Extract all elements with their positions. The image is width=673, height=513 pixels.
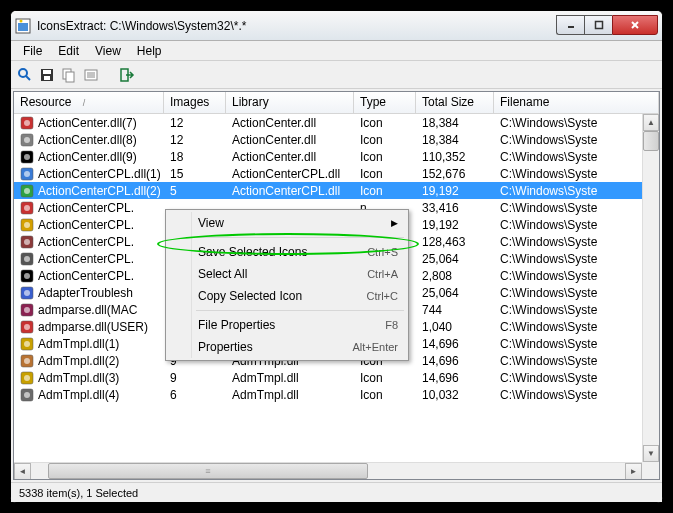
cell-library: ActionCenter.dll — [226, 133, 354, 147]
table-row[interactable]: ActionCenter.dll(7) 12 ActionCenter.dll … — [14, 114, 659, 131]
column-type[interactable]: Type — [354, 92, 416, 113]
resource-name: ActionCenterCPL.dll(2) — [38, 184, 161, 198]
resource-icon — [20, 303, 34, 317]
table-row[interactable]: ActionCenter.dll(9) 18 ActionCenter.dll … — [14, 148, 659, 165]
cell-size: 25,064 — [416, 286, 494, 300]
scroll-left-button[interactable]: ◄ — [14, 463, 31, 480]
scroll-down-button[interactable]: ▼ — [643, 445, 659, 462]
cell-size: 14,696 — [416, 337, 494, 351]
context-select-all[interactable]: Select AllCtrl+A — [168, 263, 406, 285]
table-row[interactable]: AdmTmpl.dll(4) 6 AdmTmpl.dll Icon 10,032… — [14, 386, 659, 403]
scroll-thumb-v[interactable] — [643, 131, 659, 151]
svg-point-24 — [24, 154, 30, 160]
resource-icon — [20, 269, 34, 283]
resource-icon — [20, 133, 34, 147]
column-library[interactable]: Library — [226, 92, 354, 113]
maximize-button[interactable] — [584, 15, 612, 35]
resource-icon — [20, 286, 34, 300]
menu-help[interactable]: Help — [129, 42, 170, 60]
properties-icon[interactable] — [83, 67, 99, 83]
cell-library: ActionCenter.dll — [226, 116, 354, 130]
cell-library: AdmTmpl.dll — [226, 371, 354, 385]
cell-type: Icon — [354, 371, 416, 385]
cell-filename: C:\Windows\Syste — [494, 320, 659, 334]
cell-images: 12 — [164, 133, 226, 147]
cell-type: Icon — [354, 167, 416, 181]
cell-size: 18,384 — [416, 133, 494, 147]
search-icon[interactable] — [17, 67, 33, 83]
column-filename[interactable]: Filename — [494, 92, 659, 113]
resource-name: AdmTmpl.dll(4) — [38, 388, 119, 402]
context-menu: View▶ Save Selected IconsCtrl+S Select A… — [165, 209, 409, 361]
cell-size: 14,696 — [416, 354, 494, 368]
svg-point-36 — [24, 256, 30, 262]
resource-name: ActionCenter.dll(9) — [38, 150, 137, 164]
column-resource[interactable]: Resource / — [14, 92, 164, 113]
cell-library: ActionCenterCPL.dll — [226, 184, 354, 198]
svg-point-2 — [20, 19, 23, 22]
menu-file[interactable]: File — [15, 42, 50, 60]
resource-icon — [20, 354, 34, 368]
scroll-thumb-h[interactable]: ≡ — [48, 463, 368, 479]
resource-name: admparse.dll(MAC — [38, 303, 137, 317]
scroll-right-button[interactable]: ► — [625, 463, 642, 480]
cell-size: 2,808 — [416, 269, 494, 283]
context-file-properties[interactable]: File PropertiesF8 — [168, 314, 406, 336]
resource-name: AdapterTroublesh — [38, 286, 133, 300]
menubar: File Edit View Help — [11, 41, 662, 61]
svg-point-7 — [19, 69, 27, 77]
horizontal-scrollbar[interactable]: ◄ ≡ ► — [14, 462, 642, 479]
cell-library: ActionCenter.dll — [226, 150, 354, 164]
resource-icon — [20, 167, 34, 181]
resource-name: admparse.dll(USER) — [38, 320, 148, 334]
resource-icon — [20, 337, 34, 351]
cell-size: 19,192 — [416, 218, 494, 232]
cell-filename: C:\Windows\Syste — [494, 303, 659, 317]
table-row[interactable]: ActionCenterCPL.dll(2) 5 ActionCenterCPL… — [14, 182, 659, 199]
save-icon[interactable] — [39, 67, 55, 83]
svg-rect-13 — [66, 72, 74, 82]
context-properties[interactable]: PropertiesAlt+Enter — [168, 336, 406, 358]
resource-name: ActionCenterCPL. — [38, 235, 134, 249]
svg-point-26 — [24, 171, 30, 177]
cell-filename: C:\Windows\Syste — [494, 286, 659, 300]
context-save-selected[interactable]: Save Selected IconsCtrl+S — [168, 241, 406, 263]
svg-rect-1 — [18, 23, 28, 31]
resource-icon — [20, 201, 34, 215]
svg-point-52 — [24, 392, 30, 398]
cell-library: AdmTmpl.dll — [226, 388, 354, 402]
table-row[interactable]: ActionCenterCPL.dll(1) 15 ActionCenterCP… — [14, 165, 659, 182]
svg-point-44 — [24, 324, 30, 330]
resource-name: ActionCenterCPL. — [38, 269, 134, 283]
column-size[interactable]: Total Size — [416, 92, 494, 113]
resource-name: AdmTmpl.dll(2) — [38, 354, 119, 368]
svg-point-34 — [24, 239, 30, 245]
menu-view[interactable]: View — [87, 42, 129, 60]
window-title: IconsExtract: C:\Windows\System32\*.* — [37, 19, 556, 33]
context-view[interactable]: View▶ — [168, 212, 406, 234]
titlebar[interactable]: IconsExtract: C:\Windows\System32\*.* — [11, 11, 662, 41]
svg-line-8 — [26, 76, 30, 80]
cell-type: Icon — [354, 184, 416, 198]
close-button[interactable] — [612, 15, 658, 35]
context-copy-selected[interactable]: Copy Selected IconCtrl+C — [168, 285, 406, 307]
cell-filename: C:\Windows\Syste — [494, 354, 659, 368]
resource-icon — [20, 184, 34, 198]
vertical-scrollbar[interactable]: ▲ ▼ — [642, 114, 659, 462]
minimize-button[interactable] — [556, 15, 584, 35]
resource-icon — [20, 116, 34, 130]
svg-point-30 — [24, 205, 30, 211]
table-row[interactable]: AdmTmpl.dll(3) 9 AdmTmpl.dll Icon 14,696… — [14, 369, 659, 386]
cell-size: 19,192 — [416, 184, 494, 198]
resource-icon — [20, 150, 34, 164]
column-images[interactable]: Images — [164, 92, 226, 113]
cell-type: Icon — [354, 150, 416, 164]
resource-icon — [20, 252, 34, 266]
scroll-up-button[interactable]: ▲ — [643, 114, 659, 131]
table-row[interactable]: ActionCenter.dll(8) 12 ActionCenter.dll … — [14, 131, 659, 148]
exit-icon[interactable] — [119, 67, 135, 83]
copy-icon[interactable] — [61, 67, 77, 83]
menu-edit[interactable]: Edit — [50, 42, 87, 60]
list-header: Resource / Images Library Type Total Siz… — [14, 92, 659, 114]
cell-size: 14,696 — [416, 371, 494, 385]
